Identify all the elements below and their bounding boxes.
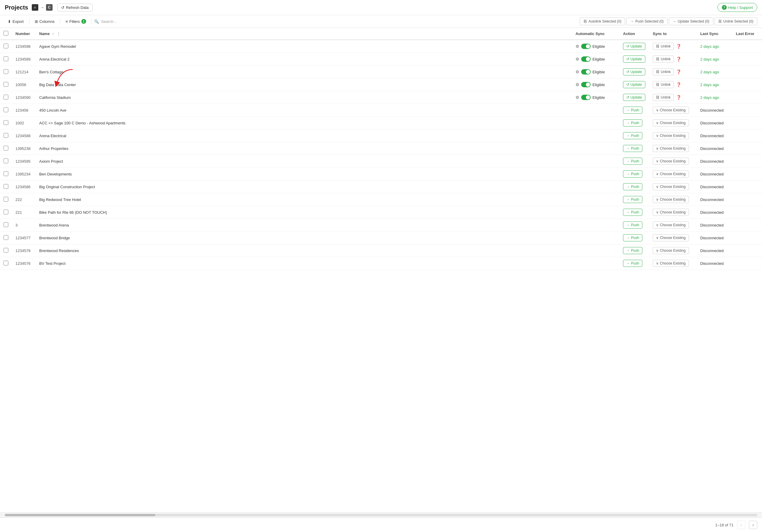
push-button[interactable]: → Push xyxy=(623,183,642,190)
update-button[interactable]: ↺ Update xyxy=(623,55,645,63)
unlink-button[interactable]: ⛓ Unlink xyxy=(653,68,674,75)
question-icon[interactable]: ❓ xyxy=(676,44,681,49)
update-button[interactable]: ↺ Update xyxy=(623,43,645,50)
row-sync-to[interactable]: ∨ Choose Existing xyxy=(649,181,697,193)
push-button[interactable]: → Push xyxy=(623,196,642,203)
row-checkbox[interactable] xyxy=(4,133,8,138)
row-checkbox[interactable] xyxy=(4,235,8,240)
sync-toggle[interactable] xyxy=(581,95,591,100)
gear-icon[interactable]: ⚙ xyxy=(575,82,579,87)
row-checkbox[interactable] xyxy=(4,171,8,176)
push-button[interactable]: → Push xyxy=(623,247,642,254)
row-checkbox-cell[interactable] xyxy=(0,129,12,142)
choose-existing-button[interactable]: ∨ Choose Existing xyxy=(653,221,689,229)
sync-toggle[interactable] xyxy=(581,43,591,49)
row-action[interactable]: → Push xyxy=(620,193,649,206)
row-sync-to[interactable]: ∨ Choose Existing xyxy=(649,232,697,244)
row-action[interactable]: ↺ Update xyxy=(620,78,649,91)
row-action[interactable]: ↺ Update xyxy=(620,66,649,78)
row-checkbox-cell[interactable] xyxy=(0,155,12,168)
unlink-button[interactable]: ⛓ Unlink xyxy=(653,81,674,88)
row-checkbox-cell[interactable] xyxy=(0,142,12,155)
row-checkbox-cell[interactable] xyxy=(0,193,12,206)
row-checkbox-cell[interactable] xyxy=(0,206,12,219)
choose-existing-button[interactable]: ∨ Choose Existing xyxy=(653,196,689,203)
push-selected-button[interactable]: → Push Selected (0) xyxy=(626,18,667,25)
question-icon[interactable]: ❓ xyxy=(676,95,681,100)
row-sync-to[interactable]: ⛓ Unlink ❓ xyxy=(649,78,697,91)
row-sync-to[interactable]: ⛓ Unlink ❓ xyxy=(649,53,697,65)
row-sync-to[interactable]: ∨ Choose Existing xyxy=(649,193,697,206)
push-button[interactable]: → Push xyxy=(623,158,642,165)
next-page-button[interactable]: › xyxy=(749,521,757,529)
row-checkbox[interactable] xyxy=(4,146,8,151)
row-sync-to[interactable]: ⛓ Unlink ❓ xyxy=(649,91,697,104)
update-button[interactable]: ↺ Update xyxy=(623,94,645,101)
row-checkbox[interactable] xyxy=(4,120,8,125)
row-sync-to[interactable]: ∨ Choose Existing xyxy=(649,219,697,232)
choose-existing-button[interactable]: ∨ Choose Existing xyxy=(653,170,689,178)
question-icon[interactable]: ❓ xyxy=(676,57,681,61)
col-header-name[interactable]: Name ↑ ⋮ xyxy=(36,28,572,40)
row-checkbox[interactable] xyxy=(4,56,8,61)
row-action[interactable]: → Push xyxy=(620,232,649,244)
row-action[interactable]: ↺ Update xyxy=(620,53,649,66)
columns-button[interactable]: ⊞ Columns xyxy=(32,18,58,25)
row-sync-to[interactable]: ∨ Choose Existing xyxy=(649,117,697,129)
row-checkbox-cell[interactable] xyxy=(0,181,12,193)
row-sync-to[interactable]: ∨ Choose Existing xyxy=(649,244,697,257)
row-sync-to[interactable]: ⛓ Unlink ❓ xyxy=(649,40,697,52)
row-checkbox[interactable] xyxy=(4,197,8,201)
choose-existing-button[interactable]: ∨ Choose Existing xyxy=(653,132,689,139)
row-checkbox-cell[interactable] xyxy=(0,66,12,78)
push-button[interactable]: → Push xyxy=(623,107,642,114)
gear-icon[interactable]: ⚙ xyxy=(575,95,579,100)
filters-button[interactable]: ≡ Filters 1 xyxy=(63,18,89,25)
row-action[interactable]: → Push xyxy=(620,155,649,168)
update-button[interactable]: ↺ Update xyxy=(623,81,645,88)
choose-existing-button[interactable]: ∨ Choose Existing xyxy=(653,183,689,190)
row-checkbox[interactable] xyxy=(4,261,8,266)
col-drag-handle[interactable]: ⋮ xyxy=(57,32,61,36)
select-all-header[interactable] xyxy=(0,28,12,40)
question-icon[interactable]: ❓ xyxy=(676,82,681,87)
choose-existing-button[interactable]: ∨ Choose Existing xyxy=(653,234,689,241)
row-sync-to[interactable]: ∨ Choose Existing xyxy=(649,155,697,168)
row-checkbox[interactable] xyxy=(4,43,8,48)
row-sync-to[interactable]: ∨ Choose Existing xyxy=(649,142,697,155)
push-button[interactable]: → Push xyxy=(623,132,642,139)
row-action[interactable]: ↺ Update xyxy=(620,91,649,104)
row-checkbox-cell[interactable] xyxy=(0,40,12,53)
search-input[interactable] xyxy=(101,19,137,24)
row-checkbox-cell[interactable] xyxy=(0,257,12,270)
row-sync-to[interactable]: ∨ Choose Existing xyxy=(649,129,697,142)
row-checkbox[interactable] xyxy=(4,222,8,227)
row-checkbox[interactable] xyxy=(4,69,8,74)
unlink-button[interactable]: ⛓ Unlink xyxy=(653,55,674,63)
row-checkbox-cell[interactable] xyxy=(0,117,12,129)
row-checkbox[interactable] xyxy=(4,210,8,214)
unlink-button[interactable]: ⛓ Unlink xyxy=(653,94,674,101)
row-checkbox-cell[interactable] xyxy=(0,168,12,181)
update-button[interactable]: ↺ Update xyxy=(623,68,645,75)
choose-existing-button[interactable]: ∨ Choose Existing xyxy=(653,209,689,216)
autolink-button[interactable]: ⛓ Autolink Selected (0) xyxy=(580,18,625,25)
help-button[interactable]: ? Help / Support xyxy=(718,3,757,12)
push-button[interactable]: → Push xyxy=(623,221,642,229)
sync-toggle[interactable] xyxy=(581,69,591,75)
prev-page-button[interactable]: ‹ xyxy=(737,521,745,529)
row-checkbox[interactable] xyxy=(4,82,8,87)
row-sync-to[interactable]: ∨ Choose Existing xyxy=(649,257,697,270)
gear-icon[interactable]: ⚙ xyxy=(575,57,579,61)
scroll-thumb[interactable] xyxy=(5,514,155,516)
update-selected-button[interactable]: → Update Selected (0) xyxy=(669,18,713,25)
row-checkbox[interactable] xyxy=(4,159,8,163)
row-action[interactable]: → Push xyxy=(620,168,649,181)
row-action[interactable]: → Push xyxy=(620,219,649,232)
push-button[interactable]: → Push xyxy=(623,145,642,152)
push-button[interactable]: → Push xyxy=(623,119,642,126)
push-button[interactable]: → Push xyxy=(623,209,642,216)
sync-toggle[interactable] xyxy=(581,56,591,62)
unlink-button[interactable]: ⛓ Unlink xyxy=(653,43,674,50)
gear-icon[interactable]: ⚙ xyxy=(575,44,579,49)
